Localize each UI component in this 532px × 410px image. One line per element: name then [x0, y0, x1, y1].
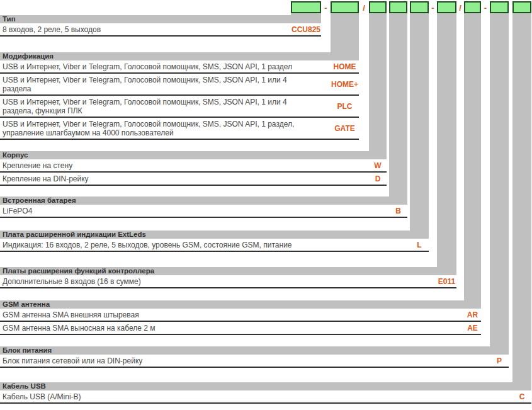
connector-bar-power [490, 13, 509, 348]
option-text: Индикация: 16 входов, 2 реле, 5 выходов,… [0, 241, 292, 249]
code-segment-box-extleds [410, 1, 429, 13]
section-extleds-title: Плата расширенной индикации ExtLeds [0, 231, 429, 239]
section-case-title: Корпус [0, 151, 387, 159]
option-row: Кабель USB (A/Mini-B) C [0, 390, 531, 404]
connector-bar-usb [512, 13, 531, 384]
separator-dash: - [429, 2, 437, 14]
section-battery: Встроенная батарея LiFePO4 B [0, 196, 407, 218]
section-usb-cable: Кабель USB Кабель USB (A/Mini-B) C [0, 382, 531, 404]
section-modification-title: Модификация [0, 52, 359, 60]
section-gsm-antenna: GSM антенна GSM антенна SMA внешняя штыр… [0, 300, 481, 335]
option-row: LiFePO4 B [0, 205, 407, 218]
section-type: Тип 8 входов, 2 реле, 5 выходов CCU825 [0, 15, 321, 37]
option-code: GATE [331, 124, 359, 133]
option-text: Блок питания сетевой или на DIN-рейку [0, 356, 142, 365]
connector-bar-antenna [464, 13, 481, 302]
option-row: USB и Интернет, Viber и Telegram, Голосо… [0, 118, 359, 140]
option-text: Кабель USB (A/Mini-B) [0, 392, 81, 401]
option-code: P [490, 356, 509, 365]
option-text: USB и Интернет, Viber и Telegram, Голосо… [0, 62, 292, 71]
connector-bar-extleds [410, 13, 429, 232]
section-power-supply-title: Блок питания [0, 346, 509, 355]
code-segment-box-expansion [437, 1, 456, 13]
code-segment-box-antenna [464, 1, 481, 13]
option-code: AE [464, 324, 481, 333]
option-row: USB и Интернет, Viber и Telegram, Голосо… [0, 96, 359, 118]
option-text: Дополнительные 8 входов (16 в сумме) [0, 277, 141, 286]
option-row: GSM антенна SMA внешняя штыревая AR [0, 309, 481, 322]
option-code: PLC [331, 102, 359, 111]
section-extleds: Плата расширенной индикации ExtLeds Инди… [0, 231, 429, 252]
connector-bar-expansion [437, 13, 456, 268]
code-segment-box-battery [389, 1, 407, 13]
option-code: CCU825 [291, 25, 321, 34]
option-row: USB и Интернет, Viber и Telegram, Голосо… [0, 60, 359, 74]
code-segment-box-type [291, 1, 321, 13]
section-power-supply: Блок питания Блок питания сетевой или на… [0, 346, 509, 368]
option-row: Дополнительные 8 входов (16 в сумме) E01… [0, 275, 456, 288]
option-code: D [369, 174, 387, 183]
separator-slash: / [456, 2, 464, 14]
section-expansion: Платы расширения функций контроллера Доп… [0, 267, 456, 288]
option-row: USB и Интернет, Viber и Telegram, Голосо… [0, 74, 359, 96]
option-row: Блок питания сетевой или на DIN-рейку P [0, 355, 509, 368]
section-case: Корпус Крепление на стену W Крепление на… [0, 151, 387, 186]
separator-slash: / [359, 2, 369, 14]
option-text: LiFePO4 [0, 207, 32, 215]
option-text: GSM антенна SMA внешняя штыревая [0, 310, 139, 319]
ordering-code-diagram: - / - / - Тип 8 входов, 2 реле, 5 выходо… [0, 0, 532, 410]
connector-bar-battery [389, 13, 407, 198]
section-expansion-title: Платы расширения функций контроллера [0, 267, 456, 275]
option-code: C [512, 392, 531, 401]
option-code: AR [464, 310, 481, 319]
option-row: Крепление на DIN-рейку D [0, 173, 387, 186]
code-segment-box-power [490, 1, 509, 13]
section-gsm-antenna-title: GSM антенна [0, 300, 481, 309]
option-code: HOME+ [331, 80, 359, 89]
connector-bar-case [369, 13, 387, 152]
section-battery-title: Встроенная батарея [0, 196, 407, 205]
code-segment-box-case [369, 1, 387, 13]
option-text: Крепление на стену [0, 161, 72, 170]
section-type-title: Тип [0, 15, 321, 23]
option-code: W [369, 161, 387, 170]
option-text: USB и Интернет, Viber и Telegram, Голосо… [0, 98, 310, 115]
connector-bar-modification [331, 13, 359, 54]
option-code: E011 [437, 277, 456, 286]
option-code: B [389, 207, 407, 215]
option-row: Индикация: 16 входов, 2 реле, 5 выходов,… [0, 239, 429, 252]
section-usb-cable-title: Кабель USB [0, 382, 531, 390]
option-row: Крепление на стену W [0, 159, 387, 173]
separator-dash: - [321, 2, 331, 14]
option-text: GSM антенна SMA выносная на кабеле 2 м [0, 324, 155, 333]
option-code: HOME [331, 62, 359, 71]
option-text: 8 входов, 2 реле, 5 выходов [0, 25, 101, 34]
option-text: Крепление на DIN-рейку [0, 174, 89, 183]
code-segment-box-usb [512, 1, 531, 13]
separator-dash: - [481, 2, 490, 14]
option-text: USB и Интернет, Viber и Telegram, Голосо… [0, 76, 310, 93]
option-row: GSM антенна SMA выносная на кабеле 2 м A… [0, 322, 481, 335]
option-code: L [410, 241, 429, 249]
code-segment-box-modification [331, 1, 359, 13]
option-text: USB и Интернет, Viber и Telegram, Голосо… [0, 120, 310, 137]
option-row: 8 входов, 2 реле, 5 выходов CCU825 [0, 23, 321, 37]
section-modification: Модификация USB и Интернет, Viber и Tele… [0, 52, 359, 140]
